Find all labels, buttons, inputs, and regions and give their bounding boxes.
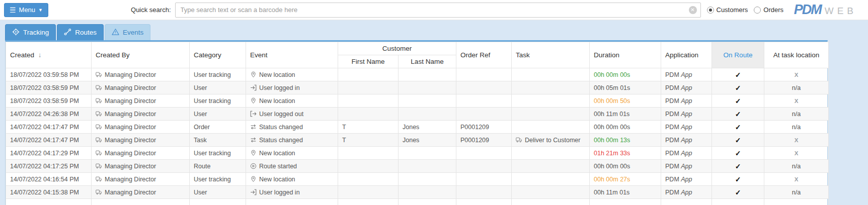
cell: ✓ — [712, 147, 764, 160]
cell — [512, 199, 590, 205]
location-pin-icon — [250, 176, 259, 183]
table-row[interactable]: 14/07/2022 04:17:29 PMManaging DirectorU… — [6, 147, 829, 160]
cell: New location — [246, 94, 338, 108]
x-mark-icon: X — [795, 150, 799, 156]
column-header-created[interactable]: Created ↓ — [6, 42, 92, 68]
cell: 00h 00m 00s — [590, 121, 661, 134]
logo-web-text: WEB — [825, 6, 857, 17]
cell — [399, 160, 456, 173]
column-header-last-name[interactable]: Last Name — [399, 55, 456, 68]
cell — [399, 199, 456, 205]
cell: Deliver to Customer — [512, 134, 590, 147]
table-row[interactable]: 14/07/2022 04:26:38 PMManaging DirectorU… — [6, 108, 829, 121]
cell — [456, 94, 512, 108]
column-header-created-by[interactable]: Created By — [92, 42, 190, 68]
column-header-event[interactable]: Event — [246, 42, 338, 68]
check-icon: ✓ — [735, 97, 741, 105]
truck-icon — [96, 111, 105, 118]
x-mark-icon: X — [795, 176, 799, 182]
table-row[interactable]: 14/07/2022 04:17:47 PMManaging DirectorT… — [6, 134, 829, 147]
cell: 01h 21m 33s — [590, 147, 661, 160]
cell: PDM App — [661, 94, 712, 108]
cell: P0001209 — [456, 134, 512, 147]
cell: PDM App — [661, 68, 712, 81]
cell: n/a — [764, 160, 829, 173]
location-pin-icon — [250, 150, 259, 157]
location-pin-icon — [250, 71, 259, 78]
column-group-customer[interactable]: Customer — [338, 42, 456, 55]
search-input[interactable] — [175, 3, 701, 18]
cell: Managing Director — [92, 108, 190, 121]
cell: X — [764, 94, 829, 108]
status-changed-icon — [250, 137, 259, 144]
radio-selected-icon — [707, 7, 714, 14]
cell: T — [338, 134, 399, 147]
table-row[interactable]: 18/07/2022 03:59:58 PMManaging DirectorU… — [6, 68, 829, 81]
table-row[interactable]: 14/07/2022 04:16:54 PMManaging DirectorU… — [6, 173, 829, 186]
column-header-order-ref[interactable]: Order Ref — [456, 42, 512, 68]
cell: User tracking — [190, 68, 246, 81]
tab-bar: Tracking Routes Events — [0, 20, 868, 40]
tab-routes[interactable]: Routes — [57, 24, 104, 40]
cell: Managing Director — [92, 81, 190, 94]
column-header-task[interactable]: Task — [512, 42, 590, 68]
column-header-application[interactable]: Application — [661, 42, 712, 68]
cell — [338, 147, 399, 160]
search-scope-radios: Customers Orders — [707, 6, 784, 14]
truck-icon — [96, 124, 105, 131]
cell — [512, 94, 590, 108]
truck-icon — [96, 163, 105, 170]
cell: New location — [246, 173, 338, 186]
cell: n/a — [764, 121, 829, 134]
truck-icon — [96, 150, 105, 157]
tab-events[interactable]: Events — [105, 24, 150, 40]
cell: PDM App — [661, 134, 712, 147]
table-row[interactable]: 18/07/2022 03:58:59 PMManaging DirectorU… — [6, 81, 829, 94]
cell: ✓ — [712, 173, 764, 186]
cell: Order — [190, 121, 246, 134]
caret-down-icon: ▼ — [38, 8, 43, 13]
cell — [512, 68, 590, 81]
radio-customers[interactable]: Customers — [707, 6, 748, 14]
cell: X — [764, 173, 829, 186]
cell — [190, 199, 246, 205]
check-icon: ✓ — [735, 110, 741, 118]
column-header-on-route[interactable]: On Route — [712, 42, 764, 68]
column-header-duration[interactable]: Duration — [590, 42, 661, 68]
cell: n/a — [764, 81, 829, 94]
column-header-category[interactable]: Category — [190, 42, 246, 68]
column-header-at-task-location[interactable]: At task location — [764, 42, 829, 68]
warning-triangle-icon — [112, 28, 119, 37]
cell: 00h 11m 01s — [590, 186, 661, 199]
cell — [338, 160, 399, 173]
column-header-first-name[interactable]: First Name — [338, 55, 399, 68]
target-icon — [12, 28, 20, 37]
table-row[interactable]: 14/07/2022 04:17:25 PMManaging DirectorR… — [6, 160, 829, 173]
cell — [456, 81, 512, 94]
radio-unselected-icon — [754, 7, 761, 14]
table-row[interactable]: 14/07/2022 04:17:47 PMManaging DirectorO… — [6, 121, 829, 134]
clear-search-icon[interactable]: ✕ — [689, 6, 697, 14]
cell: PDM App — [661, 81, 712, 94]
menu-button[interactable]: ☰ Menu ▼ — [4, 3, 48, 17]
cell: User logged in — [246, 186, 338, 199]
cell: User tracking — [190, 147, 246, 160]
radio-orders-label: Orders — [763, 6, 783, 14]
cell: User — [190, 108, 246, 121]
x-mark-icon: X — [795, 72, 799, 78]
cell: 18/07/2022 03:58:59 PM — [6, 81, 92, 94]
cell — [338, 94, 399, 108]
cell: New location — [246, 68, 338, 81]
login-icon — [250, 189, 259, 196]
cell: PDM App — [661, 173, 712, 186]
cell — [456, 68, 512, 81]
cell: 14/07/2022 04:26:38 PM — [6, 108, 92, 121]
cell: X — [764, 147, 829, 160]
cell: User logged in — [246, 81, 338, 94]
check-icon: ✓ — [735, 84, 741, 92]
radio-orders[interactable]: Orders — [754, 6, 783, 14]
cell — [456, 186, 512, 199]
table-row[interactable]: 14/07/2022 04:15:38 PMManaging DirectorU… — [6, 186, 829, 199]
tab-tracking[interactable]: Tracking — [5, 24, 56, 40]
table-row[interactable]: 18/07/2022 03:58:59 PMManaging DirectorU… — [6, 94, 829, 108]
